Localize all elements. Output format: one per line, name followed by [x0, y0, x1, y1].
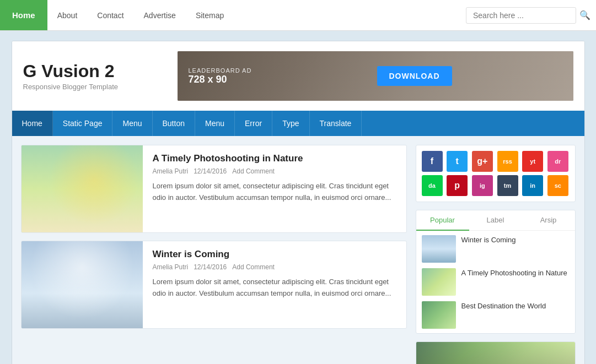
post-excerpt-1: Lorem ipsum dolor sit amet, consectetur … [153, 181, 396, 204]
post-card-2: Winter is Coming Amelia Putri 12/14/2016… [21, 241, 407, 329]
post-date-1: 12/14/2016 [194, 167, 227, 175]
post-excerpt-2: Lorem ipsum dolor sit amet, consectetur … [153, 276, 396, 300]
top-navigation: Home About Contact Advertise Sitemap 🔍 [0, 0, 596, 31]
popular-items-list: Winter is Coming A Timely Photoshooting … [416, 231, 575, 333]
post-title-2[interactable]: Winter is Coming [153, 249, 396, 260]
social-icons-grid: f t g+ rss yt dr da p ig tm in sc [416, 145, 576, 202]
tab-label[interactable]: Label [469, 210, 522, 230]
popular-title-2[interactable]: A Timely Photoshooting in Nature [461, 268, 567, 278]
deviantart-icon[interactable]: da [422, 175, 443, 196]
popular-tabs: Popular Label Arsip [416, 210, 575, 231]
popular-item-2: A Timely Photoshooting in Nature [422, 268, 570, 296]
banner-area: LEADERBOARD AD 728 x 90 DOWNLOAD [178, 51, 573, 101]
blue-nav-button[interactable]: Button [153, 111, 195, 136]
blue-nav-menu-2[interactable]: Menu [195, 111, 235, 136]
post-thumbnail-nature [22, 145, 143, 232]
download-button[interactable]: DOWNLOAD [377, 66, 452, 86]
blue-nav-static-page[interactable]: Static Page [53, 111, 113, 136]
search-input[interactable] [466, 7, 576, 24]
blue-nav-type[interactable]: Type [272, 111, 309, 136]
post-card: A Timely Photoshooting in Nature Amelia … [21, 145, 407, 233]
blue-nav-menu-1[interactable]: Menu [112, 111, 152, 136]
popular-thumb-nature [422, 268, 456, 296]
post-meta-2: Amelia Putri 12/14/2016 Add Comment [153, 263, 396, 271]
post-body-1: A Timely Photoshooting in Nature Amelia … [143, 145, 406, 232]
nav-contact[interactable]: Contact [87, 0, 133, 30]
post-add-comment-2[interactable]: Add Comment [232, 263, 275, 271]
sidebar-column: f t g+ rss yt dr da p ig tm in sc Popula… [416, 145, 576, 364]
search-icon[interactable]: 🔍 [579, 10, 590, 20]
main-wrapper: G Vusion 2 Responsive Blogger Template L… [12, 41, 585, 364]
post-body-2: Winter is Coming Amelia Putri 12/14/2016… [143, 241, 406, 328]
blue-navigation: Home Static Page Menu Button Menu Error … [12, 111, 584, 136]
instagram-icon[interactable]: ig [472, 175, 493, 196]
post-title-1[interactable]: A Timely Photoshooting in Nature [153, 153, 396, 164]
post-author-2: Amelia Putri [153, 263, 189, 271]
nav-sitemap[interactable]: Sitemap [186, 0, 234, 30]
popular-title-1[interactable]: Winter is Coming [461, 235, 516, 245]
popular-thumb-winter [422, 235, 456, 263]
tab-arsip[interactable]: Arsip [522, 210, 575, 230]
post-meta-1: Amelia Putri 12/14/2016 Add Comment [153, 167, 396, 175]
post-author-1: Amelia Putri [153, 167, 189, 175]
site-subtitle: Responsive Blogger Template [23, 83, 178, 91]
google-plus-icon[interactable]: g+ [472, 151, 493, 172]
youtube-icon[interactable]: yt [522, 151, 543, 172]
banner-content: LEADERBOARD AD 728 x 90 [178, 67, 263, 85]
twitter-icon[interactable]: t [447, 151, 468, 172]
content-area: A Timely Photoshooting in Nature Amelia … [12, 136, 584, 364]
post-date-2: 12/14/2016 [194, 263, 227, 271]
home-button[interactable]: Home [0, 0, 47, 30]
linkedin-icon[interactable]: in [522, 175, 543, 196]
popular-thumb-dest [422, 301, 456, 329]
banner-label: LEADERBOARD AD [189, 67, 252, 74]
blue-nav-home[interactable]: Home [12, 111, 53, 136]
nav-about[interactable]: About [47, 0, 88, 30]
popular-item-3: Best Destination the World [422, 301, 570, 329]
pinterest-icon[interactable]: p [447, 175, 468, 196]
blue-nav-error[interactable]: Error [235, 111, 272, 136]
posts-column: A Timely Photoshooting in Nature Amelia … [21, 145, 407, 364]
soundcloud-icon[interactable]: sc [547, 175, 568, 196]
popular-widget: Popular Label Arsip Winter is Coming A T… [416, 210, 576, 334]
site-title: G Vusion 2 [23, 61, 178, 82]
post-add-comment-1[interactable]: Add Comment [232, 167, 275, 175]
site-title-block: G Vusion 2 Responsive Blogger Template [23, 61, 178, 91]
tumblr-icon[interactable]: tm [497, 175, 518, 196]
post-thumbnail-winter [22, 241, 143, 328]
popular-item-1: Winter is Coming [422, 235, 570, 263]
rss-icon[interactable]: rss [497, 151, 518, 172]
blue-nav-translate[interactable]: Translate [310, 111, 362, 136]
banner-size: 728 x 90 [189, 74, 252, 85]
tab-popular[interactable]: Popular [416, 210, 469, 231]
nav-advertise[interactable]: Advertise [134, 0, 186, 30]
nature-block: Nature [416, 341, 576, 364]
dribbble-icon[interactable]: dr [547, 151, 568, 172]
popular-title-3[interactable]: Best Destination the World [461, 301, 546, 311]
site-header: G Vusion 2 Responsive Blogger Template L… [12, 41, 584, 111]
facebook-icon[interactable]: f [422, 151, 443, 172]
nature-image: Nature [416, 342, 575, 364]
nav-links: About Contact Advertise Sitemap [47, 0, 234, 30]
search-area: 🔍 [466, 0, 596, 30]
